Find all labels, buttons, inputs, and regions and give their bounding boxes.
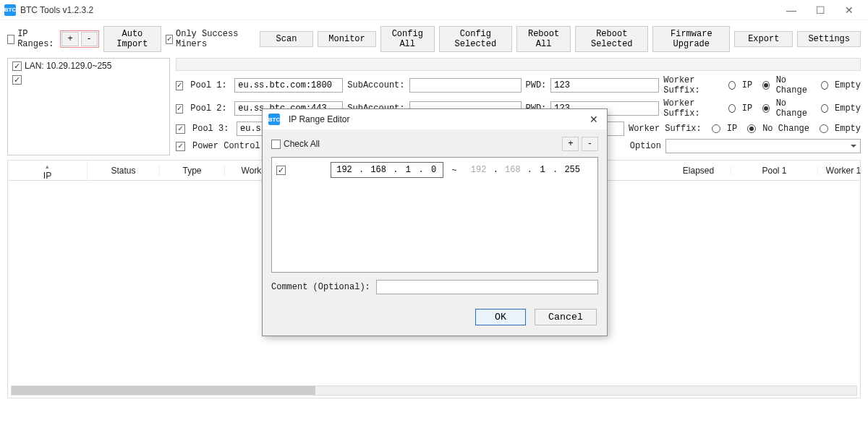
scan-button[interactable]: Scan (260, 31, 314, 47)
remove-ip-row-button[interactable]: - (582, 137, 598, 151)
ws-ip-radio[interactable] (712, 124, 720, 133)
monitor-button[interactable]: Monitor (318, 31, 375, 47)
horizontal-scrollbar[interactable] (11, 385, 857, 396)
maximize-button[interactable]: ☐ (806, 1, 835, 19)
add-ip-row-button[interactable]: + (562, 137, 579, 151)
list-item-checkbox[interactable] (12, 61, 22, 71)
ws-ip-radio[interactable] (728, 81, 736, 90)
dialog-title: IP Range Editor (289, 114, 587, 124)
power-control-label: Power Control: (192, 141, 265, 151)
comment-row: Comment (Optional): (271, 280, 598, 294)
pool1-checkbox[interactable] (176, 81, 183, 90)
pwd-label: PWD: (526, 80, 547, 90)
auto-import-button[interactable]: Auto Import (103, 26, 161, 52)
pool1-url-input[interactable] (234, 78, 343, 93)
worker-suffix-label: Worker Suffix: (663, 75, 718, 95)
ip-to-input[interactable]: . . . (466, 162, 586, 178)
check-all-checkbox[interactable]: Check All (271, 139, 320, 149)
option-label: Option (630, 141, 661, 151)
pool2-checkbox[interactable] (176, 104, 183, 114)
only-success-label: Only Success Miners (176, 29, 247, 49)
ip-ranges-label: IP Ranges: (17, 29, 56, 49)
list-item-label: LAN: 10.29.129.0~255 (25, 61, 111, 71)
pool1-label: Pool 1: (190, 80, 230, 90)
col-ip[interactable]: ▴IP (8, 161, 88, 181)
ip-range-list-box: . . . ~ . . . (271, 157, 598, 273)
minimize-button[interactable]: — (777, 1, 806, 19)
pool1-pwd-input[interactable] (550, 78, 659, 93)
range-tilde: ~ (446, 165, 463, 175)
settings-button[interactable]: Settings (797, 31, 861, 47)
add-range-button[interactable]: + (61, 32, 78, 46)
power-control-checkbox[interactable] (176, 142, 185, 151)
pool3-checkbox[interactable] (176, 124, 185, 134)
ip-from-input[interactable]: . . . (331, 162, 443, 178)
firmware-upgrade-button[interactable]: Firmware Upgrade (652, 26, 730, 52)
comment-label: Comment (Optional): (271, 282, 370, 292)
ip-range-add-remove-group: + - (60, 30, 98, 48)
ws-empty-radio[interactable] (820, 124, 828, 133)
dialog-titlebar: BTC IP Range Editor ✕ (263, 109, 607, 129)
check-all-label: Check All (284, 139, 320, 149)
col-worker1[interactable]: Worker 1 (818, 166, 868, 176)
ip-ranges-checkbox[interactable]: IP Ranges: (7, 29, 56, 49)
ip-range-editor-dialog: BTC IP Range Editor ✕ Check All + - . . … (262, 108, 608, 336)
comment-input[interactable] (376, 280, 598, 294)
ws-nochange-radio[interactable] (762, 104, 770, 113)
list-item[interactable] (8, 73, 169, 87)
pool-row-1: Pool 1: SubAccount: PWD: Worker Suffix: … (176, 75, 861, 95)
list-item-checkbox[interactable] (12, 75, 22, 85)
ws-ip-radio[interactable] (728, 104, 736, 113)
pool1-subaccount-input[interactable] (409, 78, 522, 93)
pool2-label: Pool 2: (190, 103, 230, 114)
scrollbar-thumb[interactable] (12, 386, 315, 395)
subaccount-label: SubAccount: (347, 80, 404, 90)
dialog-close-button[interactable]: ✕ (587, 114, 601, 125)
list-item[interactable]: LAN: 10.29.129.0~255 (8, 59, 169, 73)
window-title: BTC Tools v1.2.3.2 (20, 5, 777, 15)
col-pool1[interactable]: Pool 1 (731, 166, 818, 176)
pane-header-strip (176, 58, 861, 71)
reboot-all-button[interactable]: Reboot All (516, 26, 571, 52)
export-button[interactable]: Export (734, 31, 793, 47)
main-toolbar: IP Ranges: + - Auto Import Only Success … (0, 20, 868, 58)
ws-nochange-radio[interactable] (747, 124, 756, 133)
close-button[interactable]: ✕ (835, 1, 864, 19)
col-elapsed[interactable]: Elapsed (666, 166, 731, 176)
col-status[interactable]: Status (88, 166, 160, 176)
ip-range-list: LAN: 10.29.129.0~255 (7, 58, 170, 155)
ip-range-row: . . . ~ . . . (276, 162, 593, 178)
cancel-button[interactable]: Cancel (535, 309, 597, 325)
dialog-icon: BTC (268, 114, 280, 125)
window-titlebar: BTC BTC Tools v1.2.3.2 — ☐ ✕ (0, 0, 868, 20)
remove-range-button[interactable]: - (81, 32, 98, 46)
config-selected-button[interactable]: Config Selected (439, 26, 512, 52)
option-select[interactable] (665, 139, 861, 153)
ws-empty-radio[interactable] (821, 104, 828, 113)
ws-nochange-radio[interactable] (762, 81, 770, 90)
config-all-button[interactable]: Config All (380, 26, 435, 52)
ws-empty-radio[interactable] (821, 81, 828, 90)
only-success-checkbox[interactable]: Only Success Miners (166, 29, 247, 49)
pool3-label: Pool 3: (192, 124, 232, 134)
ok-button[interactable]: OK (475, 309, 526, 325)
reboot-selected-button[interactable]: Reboot Selected (575, 26, 648, 52)
app-icon: BTC (4, 4, 16, 16)
ip-row-checkbox[interactable] (276, 166, 286, 175)
col-type[interactable]: Type (160, 166, 225, 176)
